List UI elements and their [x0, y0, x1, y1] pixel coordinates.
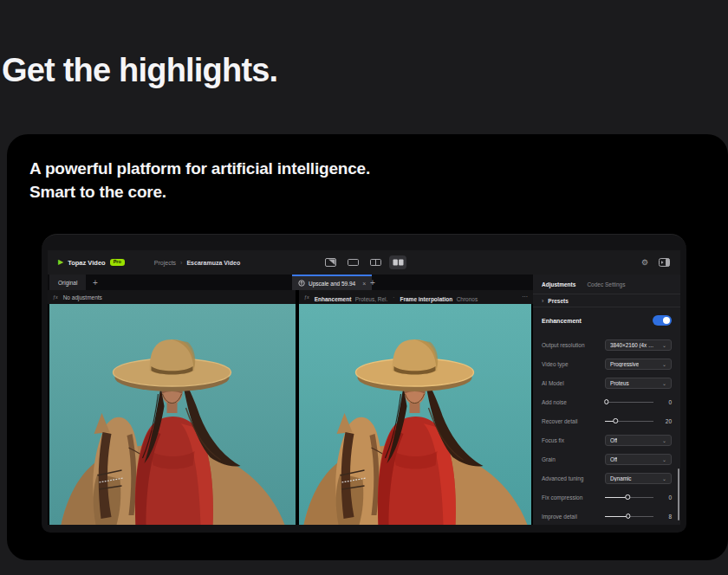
fx-icon: ƒx	[304, 294, 309, 300]
select-value: Proteus	[610, 380, 629, 386]
enhancement-row: Enhancement	[542, 314, 672, 326]
add-tab-button-left[interactable]: +	[93, 275, 98, 290]
slider-fill	[605, 497, 627, 498]
field-grain: Grain Off ⌄	[542, 453, 672, 465]
slider-knob[interactable]	[626, 514, 631, 519]
status-separator: ·	[393, 294, 394, 300]
slider-track	[605, 402, 653, 403]
panel-scrollbar[interactable]	[678, 468, 680, 520]
recover-detail-slider[interactable]	[605, 416, 653, 427]
slider-knob[interactable]	[614, 418, 619, 423]
settings-gear-icon[interactable]: ⚙	[641, 259, 648, 267]
more-options-icon[interactable]: ⋯	[522, 294, 528, 300]
split-view-icon[interactable]	[367, 255, 384, 269]
field-label: Improve detail	[542, 514, 605, 520]
single-view-icon[interactable]	[344, 255, 361, 269]
tab-upscale[interactable]: Upscale and 59.94 ×	[292, 275, 372, 290]
tab-original[interactable]: Original	[49, 275, 86, 290]
field-ai-model: AI Model Proteus ⌄	[542, 377, 672, 389]
slider-value: 0	[653, 399, 672, 405]
toggle-panel-icon[interactable]	[659, 255, 670, 270]
app-logo: ▶ Topaz Video Pro	[58, 259, 125, 267]
slider-knob[interactable]	[626, 494, 631, 500]
field-label: Recover detail	[542, 418, 605, 424]
select-value: Dynamic	[610, 475, 632, 481]
tab-adjustments[interactable]: Adjustments	[542, 281, 575, 288]
panel-tabs: Adjustments Codec Settings	[542, 276, 672, 292]
enhancement-toggle[interactable]	[653, 315, 672, 326]
video-type-select[interactable]: Progressive ⌄	[605, 359, 672, 370]
marketing-page: Get the highlights. A powerful platform …	[0, 0, 728, 575]
field-recover-detail: Recover detail 20	[542, 415, 672, 427]
select-value: Progressive	[610, 361, 639, 367]
output-resolution-select[interactable]: 3840×2160 (4x … ⌄	[605, 339, 672, 351]
preview-panes	[48, 304, 533, 525]
add-noise-slider[interactable]	[605, 397, 653, 408]
ai-model-select[interactable]: Proteus ⌄	[605, 378, 672, 389]
status-row: ƒx No adjustments ƒx Enhancement Proteus…	[48, 290, 533, 304]
toggle-knob	[663, 317, 670, 324]
adjustment-fields: Output resolution 3840×2160 (4x … ⌄ Vide…	[542, 339, 672, 522]
focus-fix-select[interactable]: Off ⌄	[605, 435, 672, 446]
field-label: Output resolution	[542, 342, 605, 348]
breadcrumb-separator-icon: ›	[180, 260, 182, 266]
slider-fill	[605, 516, 628, 517]
pro-badge: Pro	[110, 259, 125, 267]
side-by-side-view-icon[interactable]	[389, 255, 406, 269]
field-label: Advanced tuning	[542, 475, 605, 481]
tab-codec-settings[interactable]: Codec Settings	[587, 281, 625, 288]
breadcrumb-current: Escaramuza Video	[186, 260, 240, 266]
field-advanced-tuning: Advanced tuning Dynamic ⌄	[542, 472, 672, 484]
fix-compression-slider[interactable]	[605, 492, 653, 503]
improve-detail-slider[interactable]	[605, 511, 653, 522]
chevron-down-icon: ⌄	[662, 361, 666, 367]
select-value: 3840×2160 (4x …	[610, 342, 653, 348]
field-label: Add noise	[542, 399, 605, 405]
enhancement-label: Enhancement	[542, 318, 582, 324]
chevron-right-icon: ›	[542, 298, 543, 304]
field-label: AI Model	[542, 380, 605, 386]
adjustments-panel: Adjustments Codec Settings › Presets Enh…	[533, 275, 680, 525]
page-title: Get the highlights.	[2, 52, 277, 89]
view-mode-switcher	[322, 250, 406, 275]
field-label: Focus fix	[542, 437, 605, 443]
select-value: Off	[610, 437, 617, 443]
advanced-tuning-select[interactable]: Dynamic ⌄	[605, 473, 672, 484]
presets-row[interactable]: › Presets	[533, 294, 680, 307]
slider-knob[interactable]	[604, 399, 609, 404]
slider-value: 0	[653, 494, 672, 501]
grain-select[interactable]: Off ⌄	[605, 454, 672, 465]
app-titlebar: ▶ Topaz Video Pro Projects › Escaramuza …	[48, 250, 680, 275]
chevron-down-icon: ⌄	[662, 380, 666, 386]
field-label: Grain	[542, 456, 605, 462]
add-tab-button-right[interactable]: +	[370, 275, 375, 290]
chevron-down-icon: ⌄	[662, 475, 666, 481]
compare-split-view-icon[interactable]	[322, 255, 339, 269]
close-tab-icon[interactable]: ×	[362, 281, 366, 287]
slider-value: 8	[653, 514, 672, 520]
field-output-resolution: Output resolution 3840×2160 (4x … ⌄	[542, 339, 672, 351]
tab-strip: Original + Upscale and 59.94 × +	[48, 275, 533, 290]
upscale-icon	[298, 280, 305, 287]
chevron-down-icon: ⌄	[662, 456, 666, 462]
breadcrumb: Projects › Escaramuza Video	[154, 260, 240, 266]
field-label: Fix compression	[542, 494, 605, 501]
tab-upscale-label: Upscale and 59.94	[309, 281, 355, 287]
status-frame-interpolation: Frame interpolation Chronos	[400, 289, 478, 305]
field-fix-compression: Fix compression 0	[542, 491, 672, 503]
card-heading-line1: A powerful platform for artificial intel…	[29, 157, 370, 180]
slider-value: 20	[653, 418, 672, 424]
chevron-down-icon: ⌄	[662, 342, 666, 348]
chevron-down-icon: ⌄	[662, 437, 666, 443]
fx-icon: ƒx	[53, 294, 58, 300]
card-heading: A powerful platform for artificial intel…	[29, 157, 370, 204]
original-status-bar: ƒx No adjustments	[48, 290, 296, 304]
original-status-text: No adjustments	[63, 294, 102, 300]
original-video-frame[interactable]	[49, 304, 296, 525]
enhanced-status-bar: ƒx Enhancement Proteus, Rel. · Frame int…	[299, 290, 533, 304]
card-heading-line2: Smart to the core.	[29, 180, 370, 204]
enhanced-video-frame[interactable]	[299, 304, 531, 525]
titlebar-actions: ⚙	[641, 255, 670, 270]
breadcrumb-projects[interactable]: Projects	[154, 260, 176, 266]
field-add-noise: Add noise 0	[542, 396, 672, 408]
